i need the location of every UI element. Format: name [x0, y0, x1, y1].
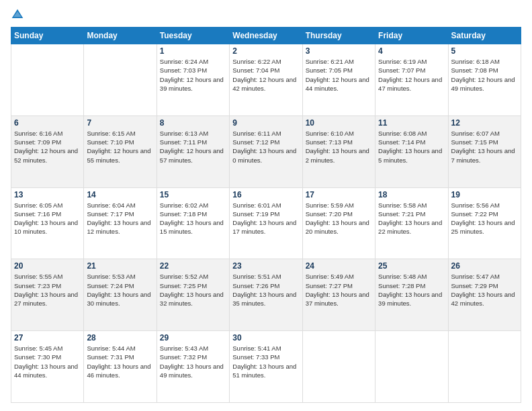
day-number: 8	[160, 118, 226, 128]
day-info: Sunrise: 5:56 AM Sunset: 7:22 PM Dayligh…	[451, 201, 518, 236]
day-number: 30	[232, 333, 299, 342]
day-info: Sunrise: 6:10 AM Sunset: 7:13 PM Dayligh…	[306, 129, 372, 165]
day-number: 28	[87, 333, 153, 342]
day-header-tuesday: Tuesday	[157, 28, 229, 44]
calendar-cell: 15Sunrise: 6:02 AM Sunset: 7:18 PM Dayli…	[157, 187, 229, 259]
logo-icon	[11, 8, 24, 21]
day-number: 6	[14, 118, 81, 128]
calendar-cell: 19Sunrise: 5:56 AM Sunset: 7:22 PM Dayli…	[448, 187, 521, 259]
day-number: 9	[232, 118, 299, 128]
calendar-cell: 2Sunrise: 6:22 AM Sunset: 7:04 PM Daylig…	[230, 44, 302, 116]
calendar-cell: 16Sunrise: 6:01 AM Sunset: 7:19 PM Dayli…	[230, 187, 302, 259]
day-info: Sunrise: 5:49 AM Sunset: 7:27 PM Dayligh…	[306, 272, 372, 308]
day-number: 13	[14, 190, 81, 199]
day-number: 10	[306, 118, 372, 128]
day-header-sunday: Sunday	[11, 28, 84, 44]
day-info: Sunrise: 5:55 AM Sunset: 7:23 PM Dayligh…	[14, 272, 81, 308]
calendar-cell: 17Sunrise: 5:59 AM Sunset: 7:20 PM Dayli…	[302, 187, 375, 259]
calendar-cell: 18Sunrise: 5:58 AM Sunset: 7:21 PM Dayli…	[375, 187, 448, 259]
calendar-cell: 25Sunrise: 5:48 AM Sunset: 7:28 PM Dayli…	[375, 259, 448, 331]
day-number: 3	[306, 46, 372, 56]
calendar-cell: 7Sunrise: 6:15 AM Sunset: 7:10 PM Daylig…	[84, 116, 157, 187]
day-number: 22	[160, 261, 226, 271]
day-number: 24	[306, 261, 372, 271]
day-number: 7	[87, 118, 153, 128]
logo	[11, 8, 27, 21]
day-header-saturday: Saturday	[448, 28, 521, 44]
day-info: Sunrise: 5:44 AM Sunset: 7:31 PM Dayligh…	[87, 344, 153, 379]
calendar-cell	[84, 44, 157, 116]
calendar-cell: 14Sunrise: 6:04 AM Sunset: 7:17 PM Dayli…	[84, 187, 157, 259]
day-info: Sunrise: 5:53 AM Sunset: 7:24 PM Dayligh…	[87, 272, 153, 308]
page: SundayMondayTuesdayWednesdayThursdayFrid…	[0, 0, 532, 411]
week-row-1: 6Sunrise: 6:16 AM Sunset: 7:09 PM Daylig…	[11, 116, 521, 187]
day-number: 18	[378, 190, 445, 199]
day-number: 20	[14, 261, 81, 271]
calendar-cell	[375, 331, 448, 403]
day-info: Sunrise: 6:24 AM Sunset: 7:03 PM Dayligh…	[160, 57, 226, 93]
day-header-friday: Friday	[375, 28, 448, 44]
calendar-cell: 8Sunrise: 6:13 AM Sunset: 7:11 PM Daylig…	[157, 116, 229, 187]
day-number: 29	[160, 333, 226, 342]
calendar-cell: 5Sunrise: 6:18 AM Sunset: 7:08 PM Daylig…	[448, 44, 521, 116]
day-info: Sunrise: 6:15 AM Sunset: 7:10 PM Dayligh…	[87, 129, 153, 165]
calendar-cell: 29Sunrise: 5:43 AM Sunset: 7:32 PM Dayli…	[157, 331, 229, 403]
week-row-4: 27Sunrise: 5:45 AM Sunset: 7:30 PM Dayli…	[11, 331, 521, 403]
calendar-cell: 22Sunrise: 5:52 AM Sunset: 7:25 PM Dayli…	[157, 259, 229, 331]
day-info: Sunrise: 6:11 AM Sunset: 7:12 PM Dayligh…	[232, 129, 299, 165]
calendar-cell: 12Sunrise: 6:07 AM Sunset: 7:15 PM Dayli…	[448, 116, 521, 187]
day-header-thursday: Thursday	[302, 28, 375, 44]
day-number: 21	[87, 261, 153, 271]
day-info: Sunrise: 5:52 AM Sunset: 7:25 PM Dayligh…	[160, 272, 226, 308]
day-number: 12	[451, 118, 518, 128]
day-info: Sunrise: 6:05 AM Sunset: 7:16 PM Dayligh…	[14, 201, 81, 236]
calendar-header-row: SundayMondayTuesdayWednesdayThursdayFrid…	[11, 28, 521, 44]
calendar-cell: 9Sunrise: 6:11 AM Sunset: 7:12 PM Daylig…	[230, 116, 302, 187]
header	[11, 8, 521, 21]
day-info: Sunrise: 6:18 AM Sunset: 7:08 PM Dayligh…	[451, 57, 518, 93]
day-number: 15	[160, 190, 226, 199]
calendar-cell: 1Sunrise: 6:24 AM Sunset: 7:03 PM Daylig…	[157, 44, 229, 116]
calendar-cell: 28Sunrise: 5:44 AM Sunset: 7:31 PM Dayli…	[84, 331, 157, 403]
day-info: Sunrise: 6:08 AM Sunset: 7:14 PM Dayligh…	[378, 129, 445, 165]
calendar-cell: 10Sunrise: 6:10 AM Sunset: 7:13 PM Dayli…	[302, 116, 375, 187]
calendar-cell: 13Sunrise: 6:05 AM Sunset: 7:16 PM Dayli…	[11, 187, 84, 259]
week-row-3: 20Sunrise: 5:55 AM Sunset: 7:23 PM Dayli…	[11, 259, 521, 331]
day-header-wednesday: Wednesday	[230, 28, 302, 44]
day-info: Sunrise: 5:41 AM Sunset: 7:33 PM Dayligh…	[232, 344, 299, 379]
calendar-cell: 11Sunrise: 6:08 AM Sunset: 7:14 PM Dayli…	[375, 116, 448, 187]
calendar-cell: 20Sunrise: 5:55 AM Sunset: 7:23 PM Dayli…	[11, 259, 84, 331]
calendar-cell	[11, 44, 84, 116]
day-number: 27	[14, 333, 81, 342]
calendar-cell	[448, 331, 521, 403]
day-info: Sunrise: 6:07 AM Sunset: 7:15 PM Dayligh…	[451, 129, 518, 165]
day-number: 19	[451, 190, 518, 199]
day-info: Sunrise: 6:02 AM Sunset: 7:18 PM Dayligh…	[160, 201, 226, 236]
day-number: 2	[232, 46, 299, 56]
calendar-cell: 3Sunrise: 6:21 AM Sunset: 7:05 PM Daylig…	[302, 44, 375, 116]
day-info: Sunrise: 6:16 AM Sunset: 7:09 PM Dayligh…	[14, 129, 81, 165]
calendar-cell: 27Sunrise: 5:45 AM Sunset: 7:30 PM Dayli…	[11, 331, 84, 403]
day-number: 1	[160, 46, 226, 56]
calendar-cell: 23Sunrise: 5:51 AM Sunset: 7:26 PM Dayli…	[230, 259, 302, 331]
day-number: 5	[451, 46, 518, 56]
day-info: Sunrise: 5:45 AM Sunset: 7:30 PM Dayligh…	[14, 344, 81, 379]
day-info: Sunrise: 5:58 AM Sunset: 7:21 PM Dayligh…	[378, 201, 445, 236]
week-row-0: 1Sunrise: 6:24 AM Sunset: 7:03 PM Daylig…	[11, 44, 521, 116]
day-number: 25	[378, 261, 445, 271]
day-number: 11	[378, 118, 445, 128]
day-info: Sunrise: 6:13 AM Sunset: 7:11 PM Dayligh…	[160, 129, 226, 165]
calendar-cell: 24Sunrise: 5:49 AM Sunset: 7:27 PM Dayli…	[302, 259, 375, 331]
calendar-cell: 21Sunrise: 5:53 AM Sunset: 7:24 PM Dayli…	[84, 259, 157, 331]
calendar-cell: 30Sunrise: 5:41 AM Sunset: 7:33 PM Dayli…	[230, 331, 302, 403]
calendar-cell: 6Sunrise: 6:16 AM Sunset: 7:09 PM Daylig…	[11, 116, 84, 187]
day-info: Sunrise: 6:04 AM Sunset: 7:17 PM Dayligh…	[87, 201, 153, 236]
day-number: 23	[232, 261, 299, 271]
calendar-cell	[302, 331, 375, 403]
day-header-monday: Monday	[84, 28, 157, 44]
day-info: Sunrise: 6:19 AM Sunset: 7:07 PM Dayligh…	[378, 57, 445, 93]
day-info: Sunrise: 5:47 AM Sunset: 7:29 PM Dayligh…	[451, 272, 518, 308]
day-number: 14	[87, 190, 153, 199]
week-row-2: 13Sunrise: 6:05 AM Sunset: 7:16 PM Dayli…	[11, 187, 521, 259]
day-number: 4	[378, 46, 445, 56]
